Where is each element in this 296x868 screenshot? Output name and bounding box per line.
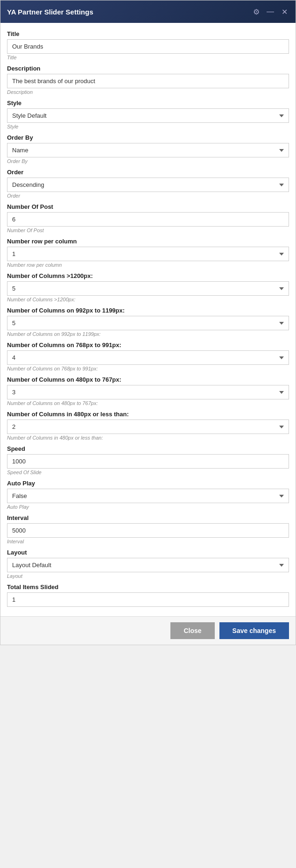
save-button[interactable]: Save changes	[219, 622, 289, 639]
num-post-hint: Number Of Post	[7, 228, 289, 233]
col-1200-hint: Number of Columns >1200px:	[7, 297, 289, 302]
description-field-group: Description Description	[7, 65, 289, 95]
style-field-group: Style Style Default Style 1 Style 2 Styl…	[7, 100, 289, 129]
col-less-label: Number of Columns in 480px or less than:	[7, 411, 289, 418]
title-hint: Title	[7, 55, 289, 60]
order-hint: Order	[7, 193, 289, 199]
col-992-hint: Number of Columns on 992px to 1199px:	[7, 331, 289, 337]
window: YA Partner Slider Settings ⚙ — ✕ Title T…	[0, 0, 296, 645]
total-items-input[interactable]	[7, 592, 289, 607]
col-less-hint: Number of Columns in 480px or less than:	[7, 435, 289, 441]
style-select[interactable]: Style Default Style 1 Style 2	[7, 108, 289, 123]
num-row-select[interactable]: 1 2 3	[7, 247, 289, 261]
footer: Close Save changes	[0, 616, 296, 645]
col-992-select[interactable]: 123456	[7, 316, 289, 330]
col-less-select[interactable]: 123	[7, 420, 289, 434]
autoplay-hint: Auto Play	[7, 504, 289, 510]
layout-hint: Layout	[7, 573, 289, 579]
interval-hint: Interval	[7, 539, 289, 544]
order-by-field-group: Order By Name Date ID Order By	[7, 134, 289, 164]
order-by-hint: Order By	[7, 158, 289, 164]
autoplay-select[interactable]: False True	[7, 489, 289, 503]
speed-field-group: Speed Speed Of Slide	[7, 445, 289, 475]
title-input[interactable]	[7, 39, 289, 54]
order-by-select[interactable]: Name Date ID	[7, 143, 289, 157]
interval-label: Interval	[7, 514, 289, 521]
col-768-select[interactable]: 12345	[7, 350, 289, 365]
titlebar-icons: ⚙ — ✕	[252, 7, 289, 16]
content-area: Title Title Description Description Styl…	[0, 23, 296, 616]
order-label: Order	[7, 169, 289, 176]
close-icon[interactable]: ✕	[280, 7, 289, 16]
col-768-hint: Number of Columns on 768px to 991px:	[7, 366, 289, 371]
num-post-field-group: Number Of Post Number Of Post	[7, 203, 289, 233]
total-items-field-group: Total Items Slided	[7, 583, 289, 607]
autoplay-label: Auto Play	[7, 480, 289, 487]
order-select[interactable]: Descending Ascending	[7, 178, 289, 192]
description-label: Description	[7, 65, 289, 72]
order-field-group: Order Descending Ascending Order	[7, 169, 289, 199]
col-1200-label: Number of Columns >1200px:	[7, 272, 289, 279]
gear-icon[interactable]: ⚙	[252, 7, 261, 16]
minimize-icon[interactable]: —	[266, 7, 275, 16]
interval-field-group: Interval Interval	[7, 514, 289, 544]
style-label: Style	[7, 100, 289, 107]
num-post-input[interactable]	[7, 212, 289, 227]
col-480-hint: Number of Columns on 480px to 767px:	[7, 400, 289, 406]
description-input[interactable]	[7, 74, 289, 88]
speed-input[interactable]	[7, 454, 289, 469]
num-post-label: Number Of Post	[7, 203, 289, 210]
col-less-field-group: Number of Columns in 480px or less than:…	[7, 411, 289, 441]
num-row-field-group: Number row per column 1 2 3 Number row p…	[7, 238, 289, 268]
speed-hint: Speed Of Slide	[7, 470, 289, 475]
title-label: Title	[7, 30, 289, 37]
total-items-label: Total Items Slided	[7, 583, 289, 591]
close-button[interactable]: Close	[170, 622, 214, 639]
titlebar: YA Partner Slider Settings ⚙ — ✕	[0, 0, 296, 23]
speed-label: Speed	[7, 445, 289, 452]
col-992-field-group: Number of Columns on 992px to 1199px: 12…	[7, 307, 289, 337]
order-by-label: Order By	[7, 134, 289, 141]
col-768-field-group: Number of Columns on 768px to 991px: 123…	[7, 342, 289, 371]
interval-input[interactable]	[7, 523, 289, 538]
col-1200-field-group: Number of Columns >1200px: 123456 Number…	[7, 272, 289, 302]
title-field-group: Title Title	[7, 30, 289, 60]
layout-select[interactable]: Layout Default Layout 1	[7, 558, 289, 572]
col-768-label: Number of Columns on 768px to 991px:	[7, 342, 289, 349]
num-row-label: Number row per column	[7, 238, 289, 245]
col-992-label: Number of Columns on 992px to 1199px:	[7, 307, 289, 314]
description-hint: Description	[7, 89, 289, 95]
col-480-select[interactable]: 1234	[7, 385, 289, 399]
col-480-label: Number of Columns on 480px to 767px:	[7, 376, 289, 383]
autoplay-field-group: Auto Play False True Auto Play	[7, 480, 289, 510]
num-row-hint: Number row per column	[7, 262, 289, 268]
layout-field-group: Layout Layout Default Layout 1 Layout	[7, 549, 289, 579]
style-hint: Style	[7, 124, 289, 129]
window-title: YA Partner Slider Settings	[7, 8, 252, 16]
layout-label: Layout	[7, 549, 289, 556]
col-480-field-group: Number of Columns on 480px to 767px: 123…	[7, 376, 289, 406]
col-1200-select[interactable]: 123456	[7, 281, 289, 296]
